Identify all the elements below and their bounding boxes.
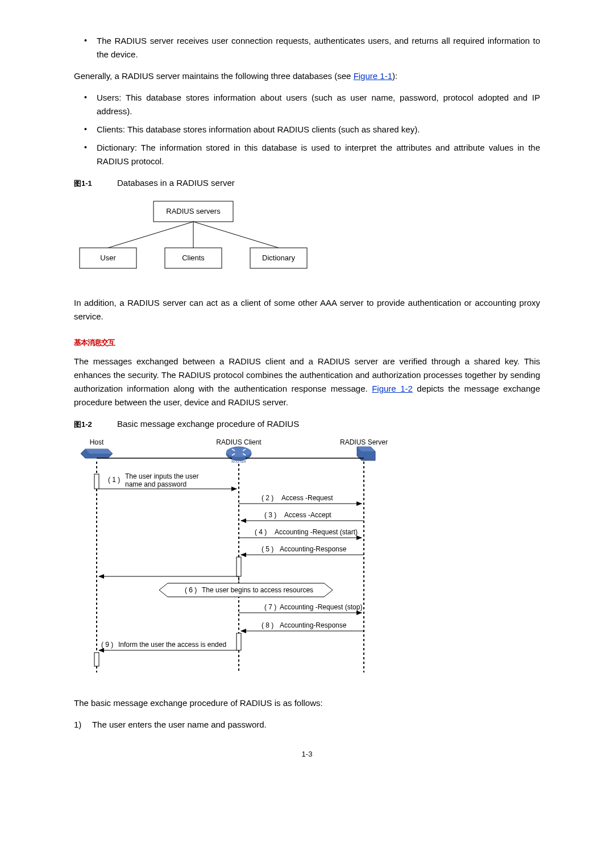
svg-line-3 [193,222,279,248]
step-9-text: Inform the user the access is ended [118,641,226,649]
step-2-text: Access -Request [281,494,333,502]
radius-server-label: RADIUS Server [340,438,388,446]
step-2-number: ( 2 ) [262,494,273,502]
step-7-number: ( 7 ) [264,603,276,611]
host-label: Host [90,438,104,446]
svg-line-1 [108,222,193,248]
router-icon: ROUTER [226,447,251,463]
svg-point-10 [226,447,251,457]
bullet-item: Clients: This database stores informatio… [74,123,540,136]
figure-1-1-link[interactable]: Figure 1-1 [354,71,392,81]
step-7-text: Accounting -Request (stop) [280,603,362,611]
step-6-text: The user begins to access resources [202,586,313,594]
para-databases-intro: Generally, a RADIUS server maintains the… [74,69,540,83]
figure-1-2-link[interactable]: Figure 1-2 [372,384,413,393]
figure-number: 图1-2 [74,420,92,429]
figure-1-2-caption: 图1-2 Basic message exchange procedure of… [74,417,540,431]
step-5-text: Accounting-Response [280,545,347,553]
step-5-number: ( 5 ) [262,545,273,553]
user-box: User [100,254,116,262]
step-number: 1) [74,718,90,732]
diagram-svg: RADIUS servers User Clients Dictionary [74,196,313,275]
page-number: 1-3 [74,749,540,761]
step-1-number: ( 1 ) [108,476,120,484]
step-1-text-a: The user inputs the user [125,472,198,480]
text: Generally, a RADIUS server maintains the… [74,71,354,81]
para-proxy: In addition, a RADIUS server can act as … [74,296,540,323]
bullet-item: Users: This database stores information … [74,91,540,118]
step-8-number: ( 8 ) [262,621,273,629]
svg-rect-33 [94,653,99,666]
radius-servers-box: RADIUS servers [166,207,221,215]
figure-title: Databases in a RADIUS server [117,178,235,188]
step-text: The user enters the user name and passwo… [92,720,267,729]
host-icon [81,449,113,458]
text: ): [392,71,397,81]
figure-number: 图1-1 [74,179,92,188]
figure-title: Basic message exchange procedure of RADI… [117,419,299,429]
step-3-text: Access -Accept [284,511,331,519]
step-1-text-b: name and password [125,480,186,488]
svg-text:ROUTER: ROUTER [231,460,246,463]
step-9-number: ( 9 ) [101,641,113,649]
step-4-number: ( 4 ) [255,528,267,536]
bullet-item: The RADIUS server receives user connecti… [74,34,540,61]
figure-1-1-diagram: RADIUS servers User Clients Dictionary [74,196,540,279]
step-6-number: ( 6 ) [185,586,197,594]
numbered-step-1: 1) The user enters the user name and pas… [74,718,540,732]
para-message-exchange: The messages exchanged between a RADIUS … [74,355,540,409]
svg-marker-8 [85,449,113,454]
svg-rect-19 [94,474,99,489]
bullet-item: Dictionary: The information stored in th… [74,141,540,168]
radius-client-label: RADIUS Client [216,438,262,446]
clients-box: Clients [182,254,205,262]
figure-1-1-caption: 图1-1 Databases in a RADIUS server [74,176,540,190]
step-3-number: ( 3 ) [264,511,276,519]
database-bullets: Users: This database stores information … [74,91,540,168]
intro-bullets-1: The RADIUS server receives user connecti… [74,34,540,61]
svg-rect-31 [237,633,241,650]
dictionary-box: Dictionary [262,254,295,262]
sequence-diagram-svg: Host RADIUS Client RADIUS Server ROUTER … [74,437,392,675]
step-4-text: Accounting -Request (start) [275,528,358,536]
svg-rect-25 [237,557,241,576]
figure-1-2-diagram: Host RADIUS Client RADIUS Server ROUTER … [74,437,540,679]
section-heading-marker: 基本消息交互 [74,337,540,349]
para-procedure-intro: The basic message exchange procedure of … [74,696,540,710]
step-8-text: Accounting-Response [280,621,347,629]
